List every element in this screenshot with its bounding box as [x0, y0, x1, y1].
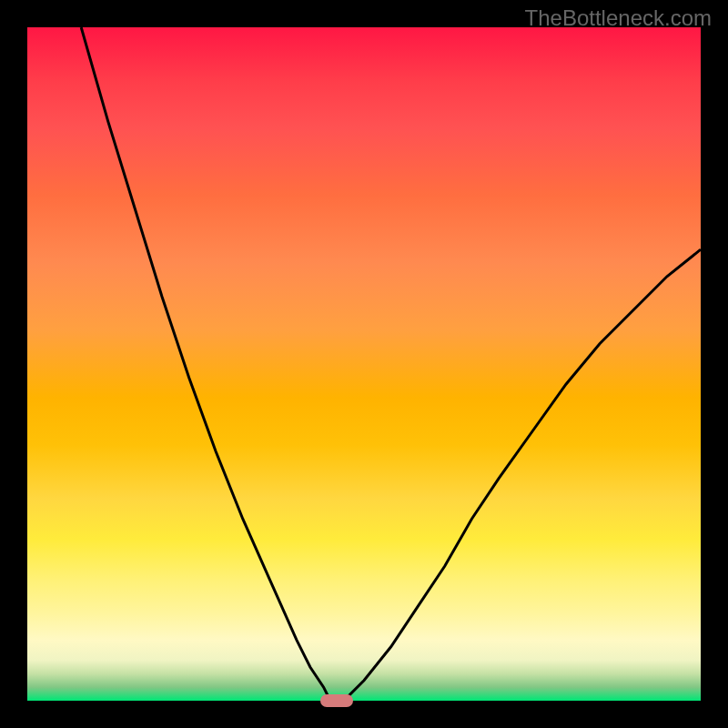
- plot-area: [27, 27, 701, 701]
- watermark-text: TheBottleneck.com: [525, 5, 712, 31]
- curve-svg: [27, 27, 701, 701]
- chart-container: TheBottleneck.com: [0, 0, 728, 728]
- right-curve: [344, 249, 701, 701]
- left-curve: [81, 27, 330, 701]
- bottleneck-marker: [320, 694, 353, 707]
